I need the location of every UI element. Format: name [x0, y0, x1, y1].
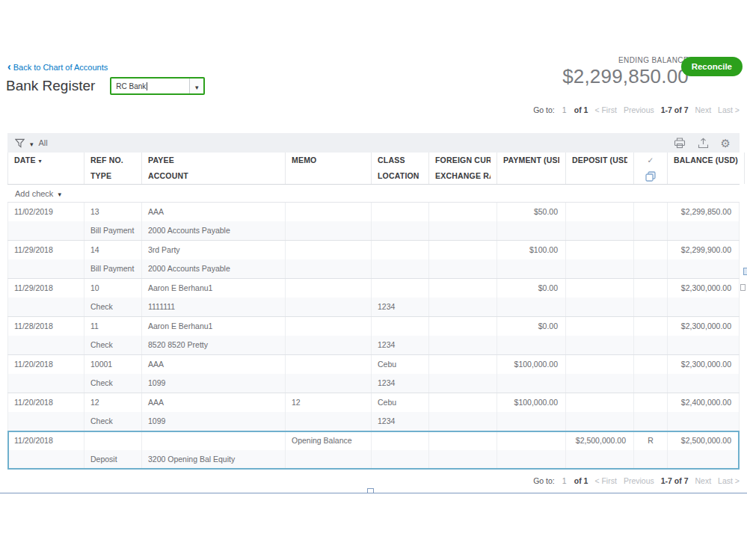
table-row[interactable]: 11/20/2018 Opening Balance $2,500,000.00…	[7, 431, 740, 470]
cell-deposit: $2,500,000.00	[566, 431, 634, 450]
column-header-memo: MEMO	[286, 153, 372, 184]
table-toolbar: All ⚙	[7, 133, 740, 153]
account-selector-value: RC Bank	[116, 82, 146, 90]
gear-icon[interactable]: ⚙	[721, 138, 731, 149]
table-row[interactable]: 11/20/2018 10001 AAA Cebu $100,000.00 $2…	[7, 355, 740, 393]
cell-balance: $2,300,000.00	[668, 355, 740, 374]
goto-page-input[interactable]: 1	[562, 105, 568, 114]
next-page-button[interactable]: Next	[695, 476, 712, 485]
cell-foreign-currency	[429, 393, 497, 412]
cell-date: 11/20/2018	[7, 431, 84, 450]
cell-memo: Opening Balance	[286, 431, 372, 450]
cell-foreign-currency	[429, 431, 497, 450]
cell-reconcile-status	[634, 393, 668, 412]
cell-type: Check	[84, 412, 142, 431]
column-header-check: ✓	[634, 153, 668, 184]
cell-payment: $50.00	[497, 203, 566, 221]
cell-exchange-rate	[429, 450, 497, 469]
previous-page-button[interactable]: Previous	[624, 105, 654, 114]
register-table: All ⚙ DATE REF NO. TYPE	[7, 133, 740, 470]
cell-foreign-currency	[429, 279, 497, 298]
cell-payee	[142, 431, 286, 450]
cell-payment	[497, 431, 566, 450]
cell-balance: $2,300,000.00	[668, 279, 740, 298]
last-page-button[interactable]: Last >	[718, 476, 740, 485]
cell-class: Cebu	[372, 393, 429, 412]
cell-location: 1234	[372, 336, 429, 354]
bank-register-page: Back to Chart of Accounts Bank Register …	[0, 0, 747, 560]
cell-payment: $0.00	[497, 279, 566, 298]
first-page-button[interactable]: < First	[594, 105, 616, 114]
cell-location: 1234	[372, 298, 429, 316]
cell-memo	[286, 241, 372, 259]
cell-memo: 12	[286, 393, 372, 412]
table-row[interactable]: 11/29/2018 10 Aaron E Berhanu1 $0.00 $2,…	[7, 279, 740, 317]
frame-resize-handle[interactable]	[740, 284, 746, 291]
export-icon[interactable]	[698, 138, 709, 149]
table-row[interactable]: 11/02/2019 13 AAA $50.00 $2,299,850.00 B…	[7, 203, 740, 241]
column-header-foreign-currency: FOREIGN CURRENCY EXCHANGE RATE	[429, 153, 497, 184]
goto-page-input[interactable]: 1	[562, 476, 568, 485]
reconcile-button[interactable]: Reconcile	[681, 57, 743, 76]
next-page-button[interactable]: Next	[695, 105, 712, 114]
table-row[interactable]: 11/20/2018 12 AAA 12 Cebu $100,000.00 $2…	[7, 393, 740, 431]
cell-location: 1234	[372, 412, 429, 431]
column-header-date[interactable]: DATE	[7, 153, 84, 184]
cell-payee: AAA	[142, 203, 286, 221]
cell-foreign-currency	[429, 241, 497, 259]
cell-ref-no: 12	[84, 393, 142, 412]
cell-balance: $2,299,900.00	[668, 241, 740, 259]
account-selector-dropdown-button[interactable]	[189, 79, 203, 93]
cell-ref-no: 14	[84, 241, 142, 259]
printer-icon[interactable]	[674, 138, 686, 149]
cell-account: 8520 8520 Pretty	[142, 336, 286, 354]
cell-type: Check	[84, 336, 142, 354]
cell-date: 11/29/2018	[7, 241, 84, 259]
cell-class	[372, 203, 429, 221]
cell-account: 2000 Accounts Payable	[142, 221, 286, 240]
cell-payment: $100,000.00	[497, 355, 566, 374]
previous-page-button[interactable]: Previous	[624, 476, 654, 485]
cell-type: Check	[84, 298, 142, 316]
cell-reconcile-status	[634, 317, 668, 336]
first-page-button[interactable]: < First	[594, 476, 616, 485]
account-selector[interactable]: RC Bank	[110, 77, 205, 95]
table-row[interactable]: 11/29/2018 14 3rd Party $100.00 $2,299,9…	[7, 241, 740, 279]
cell-type: Bill Payment	[84, 221, 142, 240]
cell-account: 1099	[142, 374, 286, 393]
goto-label: Go to:	[533, 476, 555, 485]
cell-memo	[286, 317, 372, 336]
page-title: Bank Register	[6, 78, 95, 94]
ending-balance-block: ENDING BALANCE $2,299,850.00	[562, 56, 689, 88]
column-header-balance: BALANCE (USD)	[668, 153, 745, 184]
cell-memo	[286, 203, 372, 221]
cell-payee: Aaron E Berhanu1	[142, 317, 286, 336]
cell-deposit	[566, 241, 634, 259]
cell-date: 11/29/2018	[7, 279, 84, 298]
filter-control[interactable]: All	[15, 136, 48, 150]
cell-ref-no: 13	[84, 203, 142, 221]
cell-account: 2000 Accounts Payable	[142, 259, 286, 278]
cell-class	[372, 241, 429, 259]
cell-account: 1111111	[142, 298, 286, 316]
frame-resize-handle[interactable]	[743, 268, 747, 275]
last-page-button[interactable]: Last >	[718, 105, 740, 114]
add-check-control[interactable]: Add check	[7, 185, 740, 203]
frame-resize-handle[interactable]	[367, 488, 374, 493]
cell-exchange-rate	[429, 412, 497, 431]
cell-location	[372, 221, 429, 240]
cell-reconcile-status: R	[634, 431, 668, 450]
table-row[interactable]: 11/28/2018 11 Aaron E Berhanu1 $0.00 $2,…	[7, 317, 740, 355]
copy-icon[interactable]	[645, 171, 656, 182]
cell-foreign-currency	[429, 317, 497, 336]
cell-foreign-currency	[429, 203, 497, 221]
back-to-chart-of-accounts-link[interactable]: Back to Chart of Accounts	[7, 63, 108, 72]
column-header-refno-type: REF NO. TYPE	[84, 153, 142, 184]
goto-label: Go to:	[533, 105, 555, 114]
cell-type: Deposit	[84, 450, 142, 469]
row-range-label: 1-7 of 7	[661, 476, 689, 485]
pagination-bottom: Go to: 1 of 1 < First Previous 1-7 of 7 …	[533, 476, 740, 485]
cell-exchange-rate	[429, 298, 497, 316]
add-check-label: Add check	[15, 185, 53, 203]
column-header-payee-account: PAYEE ACCOUNT	[142, 153, 286, 184]
